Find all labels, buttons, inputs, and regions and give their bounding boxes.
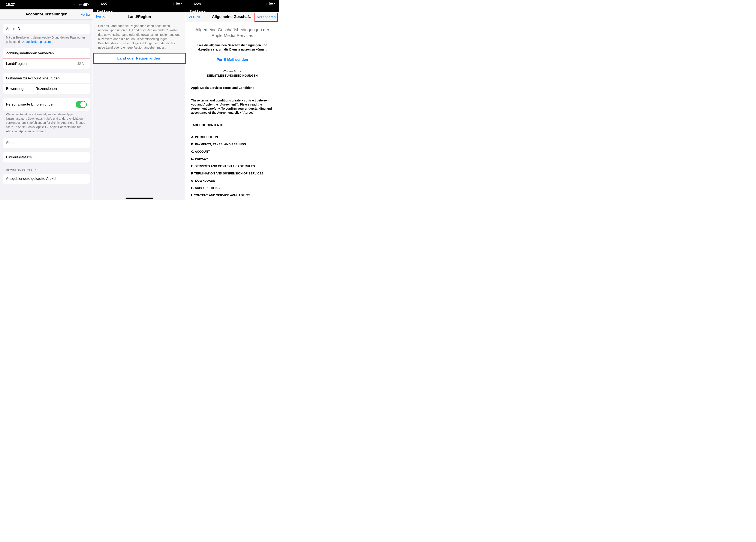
personalized-recommendations-row: Personalisierte Empfehlungen: [3, 98, 90, 111]
battery-icon: [83, 3, 89, 6]
svg-rect-2: [88, 4, 89, 5]
apple-id-row[interactable]: Apple-ID: [3, 24, 90, 34]
payment-methods-row[interactable]: Zahlungsmethoden verwalten ›: [3, 48, 90, 58]
terms-paragraph: Apple Media Services Terms and Condition…: [191, 86, 274, 90]
apple-id-label: Apple-ID: [6, 27, 87, 31]
toc-item: I. CONTENT AND SERVICE AVAILABILITY: [191, 194, 274, 197]
nav-title: Land/Region: [128, 15, 151, 19]
send-email-link[interactable]: Per E-Mail senden: [191, 58, 274, 62]
done-button[interactable]: Fertig: [96, 14, 105, 19]
ratings-reviews-row[interactable]: Bewertungen und Rezensionen ›: [3, 84, 90, 94]
content-scroll[interactable]: Apple-ID Mit der Bearbeitung deiner Appl…: [0, 20, 93, 200]
done-button[interactable]: Fertig: [81, 12, 90, 17]
toc-item: H. SUBSCRIPTIONS: [191, 186, 274, 190]
svg-rect-1: [84, 4, 87, 6]
chevron-right-icon: ›: [85, 51, 86, 56]
toc-item: F. TERMINATION AND SUSPENSION OF SERVICE…: [191, 172, 274, 175]
empty-content: [93, 64, 186, 200]
apple-id-footer: Mit der Bearbeitung deiner Apple-ID und …: [0, 34, 93, 44]
screen-terms: 16:28 ‹ Einstellungen Zurück Allgemeine …: [186, 0, 279, 200]
nav-bar: Fertig Land/Region: [93, 12, 186, 21]
screen-country-region: 16:27 ‹ Einstellungen Fertig Land/Region…: [93, 0, 186, 200]
terms-scroll[interactable]: Allgemeine Geschäftsbedingungen der Appl…: [186, 22, 279, 200]
status-bar: 16:27 ‹ Einstellungen: [93, 0, 186, 12]
status-time: 16:27: [6, 3, 15, 7]
status-time: 16:28: [192, 2, 201, 6]
nav-title: Account-Einstellungen: [25, 12, 67, 16]
svg-rect-7: [270, 3, 273, 4]
terms-heading: DIENSTLEISTUNGSBEDINGUNGEN: [191, 74, 274, 77]
terms-heading: iTunes Store: [191, 70, 274, 73]
purchase-statistics-row[interactable]: Einkaufsstatistik ›: [3, 152, 90, 163]
change-country-button[interactable]: Land oder Region ändern: [93, 53, 186, 64]
terms-subtitle: Lies die allgemeinen Geschäftsbedingunge…: [191, 43, 274, 52]
screen-account-settings: 16:27 •••• Account-Einstellungen Fertig …: [0, 0, 93, 200]
wifi-icon: [264, 2, 268, 5]
status-bar: 16:28 ‹ Einstellungen: [186, 0, 279, 12]
instructions-text: Um das Land oder die Region für diesen A…: [93, 21, 186, 53]
svg-rect-8: [274, 3, 275, 4]
toc-item: C. ACCOUNT: [191, 150, 274, 153]
subscriptions-row[interactable]: Abos ›: [3, 138, 90, 148]
toc-heading: TABLE OF CONTENTS: [191, 123, 274, 127]
nav-bar: Zurück Allgemeine Geschäf… Akzeptieren: [186, 12, 279, 22]
chevron-right-icon: ›: [85, 155, 86, 160]
toc-item: E. SERVICES AND CONTENT USAGE RULES: [191, 164, 274, 168]
chevron-right-icon: ›: [85, 76, 86, 81]
toc-item: G. DOWNLOADS: [191, 179, 274, 182]
terms-paragraph: These terms and conditions create a cont…: [191, 99, 274, 115]
chevron-right-icon: ›: [85, 141, 86, 145]
cell-dots-icon: ••••: [70, 4, 75, 6]
country-value: USA: [76, 62, 84, 66]
personalized-footer: Wenn die Funktion aktiviert ist, werden …: [0, 111, 93, 133]
chevron-right-icon: ›: [85, 61, 86, 66]
nav-title: Allgemeine Geschäf…: [212, 15, 253, 19]
back-button[interactable]: Zurück: [189, 15, 200, 19]
wifi-icon: [171, 2, 175, 5]
status-bar: 16:27 ••••: [0, 0, 93, 9]
country-region-row[interactable]: Land/Region USA ›: [3, 58, 90, 69]
chevron-right-icon: ›: [85, 87, 86, 91]
toc-item: D. PRIVACY: [191, 157, 274, 161]
svg-rect-4: [177, 3, 180, 4]
downloads-section-header: DOWNLOADS UND KÄUFE: [0, 163, 93, 173]
toc-item: B. PAYMENTS, TAXES, AND REFUNDS: [191, 143, 274, 146]
hidden-purchases-row[interactable]: Ausgeblendete gekaufte Artikel: [3, 174, 90, 184]
toc-item: A. INTRODUCTION: [191, 135, 274, 139]
add-funds-row[interactable]: Guthaben zu Account hinzufügen ›: [3, 73, 90, 84]
wifi-icon: [78, 3, 82, 6]
battery-icon: [176, 2, 182, 5]
accept-button[interactable]: Akzeptieren: [255, 13, 277, 21]
apple-id-link[interactable]: appleid.apple.com: [26, 40, 51, 43]
status-time: 16:27: [99, 2, 108, 6]
battery-icon: [269, 2, 275, 5]
home-indicator[interactable]: [126, 198, 153, 199]
nav-bar: Account-Einstellungen Fertig: [0, 9, 93, 20]
svg-rect-5: [181, 3, 182, 4]
terms-title: Allgemeine Geschäftsbedingungen der Appl…: [191, 27, 274, 39]
personalized-toggle[interactable]: [76, 101, 87, 108]
